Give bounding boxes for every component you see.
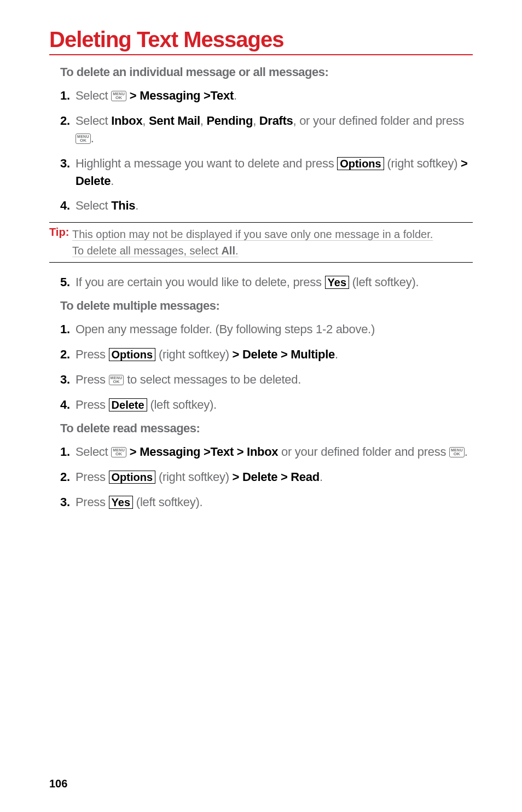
softkey-yes: Yes (325, 276, 349, 289)
list-item: 2. Press Options (right softkey) > Delet… (60, 468, 473, 486)
text: > (126, 445, 140, 459)
text: Press (76, 470, 109, 484)
text: Pending (206, 114, 253, 127)
tip-text: To delete all messages, select (72, 245, 221, 257)
page-number: 106 (49, 778, 67, 790)
text: If you are certain you would like to del… (76, 275, 325, 289)
list-item: 4. Select This. (60, 197, 473, 214)
text: Select (76, 199, 111, 212)
text: (right softkey) (155, 347, 232, 361)
text: > (233, 470, 242, 484)
text: Sent Mail (149, 114, 200, 127)
text: Select (76, 114, 111, 127)
softkey-options: Options (109, 471, 156, 484)
page-title: Deleting Text Messages (49, 27, 473, 55)
text: . (111, 174, 114, 188)
text: Select (76, 445, 111, 459)
text: (left softkey). (349, 275, 419, 289)
text: Press (76, 373, 109, 386)
text: Drafts (259, 114, 293, 127)
text: Press (76, 398, 109, 411)
list-item: 4. Press Delete (left softkey). (60, 396, 473, 414)
list-item: 3. Highlight a message you want to delet… (60, 155, 473, 190)
text: (left softkey). (133, 495, 202, 509)
menu-ok-icon: MENUOK (449, 447, 465, 457)
text: Press (76, 347, 109, 361)
subhead-delete-individual: To delete an individual message or all m… (60, 65, 473, 79)
text: , or your defined folder and press (293, 114, 465, 127)
text: , (253, 114, 259, 127)
text: (right softkey) (155, 470, 232, 484)
subhead-delete-read: To delete read messages: (60, 421, 473, 436)
list-item: 3. Press Yes (left softkey). (60, 494, 473, 511)
subhead-delete-multiple: To delete multiple messages: (60, 299, 473, 313)
text: or your defined folder and press (278, 445, 449, 459)
menu-ok-icon: MENUOK (109, 375, 124, 385)
text: . (320, 470, 323, 484)
menu-ok-icon: MENUOK (76, 134, 91, 144)
tip-text: This option may not be displayed if you … (72, 228, 433, 240)
text: > (233, 347, 242, 361)
text: . (234, 89, 237, 102)
text: Delete > Multiple (242, 347, 335, 361)
softkey-delete: Delete (109, 398, 147, 411)
text: (left softkey). (147, 398, 217, 411)
text: . (335, 347, 338, 361)
text: , (200, 114, 207, 127)
softkey-options: Options (337, 157, 384, 170)
text: Delete > Read (242, 470, 320, 484)
tip-text-bold: All (221, 245, 235, 257)
menu-ok-icon: MENUOK (111, 91, 126, 101)
tip-text: . (235, 245, 239, 257)
list-section2: 1. Open any message folder. (By followin… (60, 321, 473, 414)
list-item: 5. If you are certain you would like to … (60, 274, 473, 291)
list-item: 2. Select Inbox, Sent Mail, Pending, Dra… (60, 112, 473, 147)
text: Inbox (111, 114, 142, 127)
softkey-yes: Yes (109, 496, 133, 509)
text: > (126, 89, 140, 102)
list-item: 1. Select MENUOK > Messaging >Text. (60, 87, 473, 105)
text: > (461, 156, 468, 170)
list-item: 3. Press MENUOK to select messages to be… (60, 371, 473, 388)
text: (right softkey) (384, 156, 461, 170)
text: Open any message folder. (By following s… (76, 322, 375, 336)
text: Press (76, 495, 109, 509)
text: . (91, 131, 94, 145)
list-section3: 1. Select MENUOK > Messaging >Text > Inb… (60, 443, 473, 511)
text: , (142, 114, 149, 127)
tip-block: Tip: This option may not be displayed if… (49, 222, 473, 263)
text: to select messages to be deleted. (124, 373, 301, 386)
text: Highlight a message you want to delete a… (76, 156, 337, 170)
text: Select (76, 89, 111, 102)
list-section1b: 5. If you are certain you would like to … (60, 274, 473, 291)
text: This (111, 199, 135, 212)
text: Delete (76, 174, 111, 188)
list-item: 2. Press Options (right softkey) > Delet… (60, 346, 473, 363)
text: Messaging >Text (140, 89, 234, 102)
tip-label: Tip: (49, 226, 69, 238)
list-item: 1. Select MENUOK > Messaging >Text > Inb… (60, 443, 473, 461)
list-item: 1. Open any message folder. (By followin… (60, 321, 473, 338)
softkey-options: Options (109, 348, 156, 361)
text: . (465, 445, 468, 459)
text: . (135, 199, 138, 212)
list-section1: 1. Select MENUOK > Messaging >Text. 2. S… (60, 87, 473, 214)
text: Messaging >Text > Inbox (140, 445, 278, 459)
menu-ok-icon: MENUOK (111, 447, 126, 457)
